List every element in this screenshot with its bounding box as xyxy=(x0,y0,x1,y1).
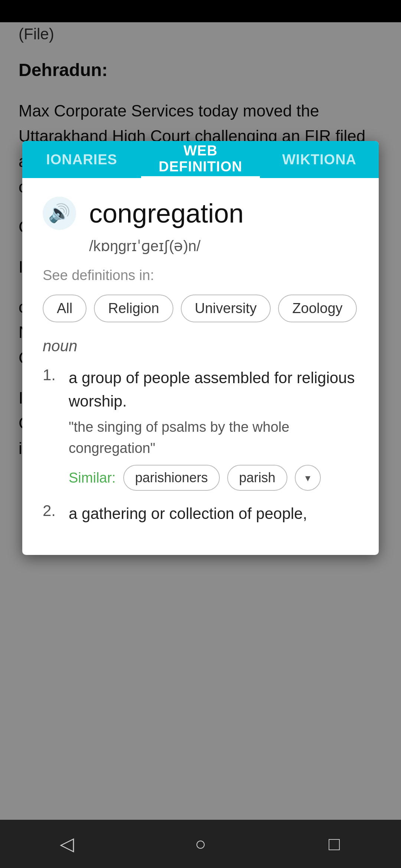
def-text-block-1: a group of people assembled for religiou… xyxy=(69,366,358,491)
back-icon: ◁ xyxy=(60,833,74,855)
def-num-1: 1. xyxy=(43,366,61,491)
def-main-1: a group of people assembled for religiou… xyxy=(69,366,358,413)
pill-university[interactable]: University xyxy=(181,295,271,322)
home-icon: ○ xyxy=(195,833,206,855)
similar-more-button[interactable]: ▾ xyxy=(295,465,321,491)
def-example-1: "the singing of psalms by the whole cong… xyxy=(69,417,358,459)
similar-parish[interactable]: parish xyxy=(227,465,287,491)
recent-apps-icon: □ xyxy=(329,833,340,855)
category-pills: All Religion University Zoology xyxy=(43,295,358,322)
pill-zoology[interactable]: Zoology xyxy=(278,295,356,322)
status-bar xyxy=(0,0,401,22)
speaker-button[interactable]: 🔊 xyxy=(43,197,76,230)
word-title: congregation xyxy=(89,198,244,228)
word-header: 🔊 congregation xyxy=(43,197,358,230)
home-button[interactable]: ○ xyxy=(178,829,223,859)
def-main-2: a gathering or collection of people, xyxy=(69,502,307,525)
navigation-bar: ◁ ○ □ xyxy=(0,820,401,868)
see-definitions-label: See definitions in: xyxy=(43,267,358,283)
def-num-2: 2. xyxy=(43,502,61,529)
similar-row: Similar: parishioners parish ▾ xyxy=(69,465,358,491)
recent-apps-button[interactable]: □ xyxy=(312,829,356,859)
def-text-block-2: a gathering or collection of people, xyxy=(69,502,307,529)
dictionary-content: 🔊 congregation /kɒŋgrɪˈɡeɪʃ(ə)n/ See def… xyxy=(22,178,379,555)
definition-2: 2. a gathering or collection of people, xyxy=(43,502,358,529)
definitions-list: 1. a group of people assembled for relig… xyxy=(43,366,358,529)
tab-web-definition[interactable]: WEB DEFINITION xyxy=(141,141,260,178)
back-button[interactable]: ◁ xyxy=(45,829,89,859)
speaker-icon: 🔊 xyxy=(48,203,71,224)
part-of-speech: noun xyxy=(43,337,358,355)
pill-all[interactable]: All xyxy=(43,295,87,322)
similar-label: Similar: xyxy=(69,470,116,486)
tab-dictionaries[interactable]: IONARIES xyxy=(22,141,141,178)
tab-wiktionary[interactable]: WIKTIONA xyxy=(260,141,379,178)
pill-religion[interactable]: Religion xyxy=(94,295,173,322)
dictionary-popup: IONARIES WEB DEFINITION WIKTIONA 🔊 congr… xyxy=(22,141,379,555)
chevron-down-icon: ▾ xyxy=(305,472,310,484)
definition-1: 1. a group of people assembled for relig… xyxy=(43,366,358,491)
similar-parishioners[interactable]: parishioners xyxy=(123,465,220,491)
dictionary-tabs: IONARIES WEB DEFINITION WIKTIONA xyxy=(22,141,379,178)
phonetic-text: /kɒŋgrɪˈɡeɪʃ(ə)n/ xyxy=(89,237,358,254)
